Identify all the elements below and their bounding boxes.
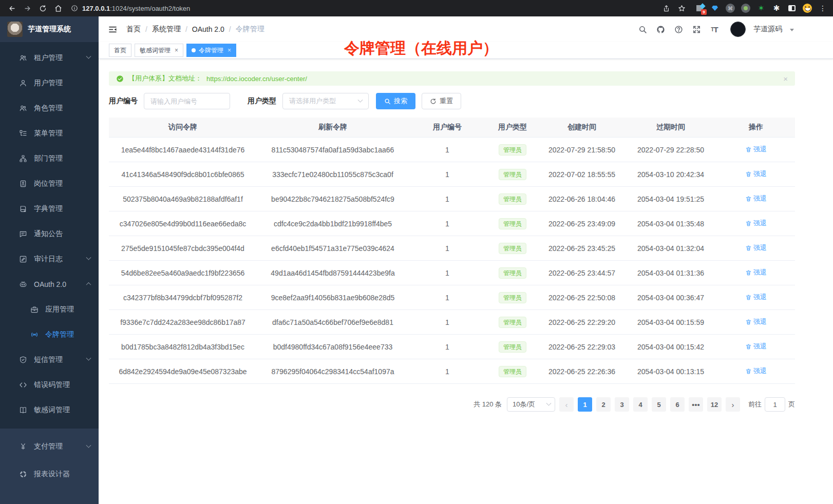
share-icon[interactable] [659, 2, 673, 15]
error-code-icon [18, 380, 27, 389]
table-row[interactable]: c342377bf8b344799dcbf7bf095287f29ce8ef2a… [109, 285, 795, 310]
address-bar[interactable]: 127.0.0.1:1024/system/oauth2/token [71, 5, 657, 12]
alert-close-icon[interactable]: × [783, 74, 788, 83]
sidebar-item-menu-tree[interactable]: 菜单管理 [0, 121, 99, 146]
sidebar-item-sms[interactable]: 短信管理 [0, 347, 99, 372]
sidebar-item-role[interactable]: 角色管理 [0, 95, 99, 121]
force-logout-button[interactable]: 强退 [745, 342, 767, 351]
collapse-sidebar-icon[interactable] [107, 24, 118, 35]
fullscreen-icon[interactable] [691, 24, 702, 34]
page-button-2[interactable]: 2 [596, 397, 611, 412]
table-row[interactable]: 41c41346a548490f9dc8b01c6bfe0865333ecfc7… [109, 162, 795, 187]
sidebar-item-token[interactable]: 令牌管理 [0, 322, 99, 347]
page-button-1[interactable]: 1 [578, 397, 592, 412]
table-row[interactable]: c347026e805e4d99b0d116eae66eda8ccdfc4ce9… [109, 211, 795, 236]
user-type-select[interactable]: 请选择用户类型 [282, 93, 369, 109]
reload-icon[interactable] [36, 2, 49, 15]
table-row[interactable]: 275e5de9151045fe87cbdc395e004f4de6cfd40e… [109, 236, 795, 261]
sidebar-item-error-code[interactable]: 错误码管理 [0, 372, 99, 397]
force-logout-button[interactable]: 强退 [745, 194, 767, 203]
browser-menu-icon[interactable]: ⋮ [818, 3, 828, 13]
breadcrumb-item[interactable]: OAuth 2.0 [192, 25, 224, 33]
breadcrumb-item[interactable]: 首页 [126, 25, 141, 34]
force-logout-button[interactable]: 强退 [745, 169, 767, 179]
sidebar-item-application[interactable]: 应用管理 [0, 297, 99, 322]
alert-doc-link[interactable]: https://doc.iocoder.cn/user-center/ [206, 75, 307, 83]
force-logout-button[interactable]: 强退 [745, 145, 767, 154]
tab-label: 敏感词管理 [140, 46, 171, 55]
back-icon[interactable] [5, 2, 18, 15]
tab-令牌管理[interactable]: 令牌管理× [186, 44, 236, 57]
next-page-button[interactable]: › [726, 397, 740, 412]
page-more-icon[interactable]: ••• [689, 397, 703, 412]
table-row[interactable]: f9336e7c7dd242a283ee98dc86b17a87dfa6c71a… [109, 310, 795, 335]
table-cell-expires: 2054-03-04 00:15:42 [624, 343, 717, 351]
reset-button[interactable]: 重置 [422, 93, 461, 109]
goto-page-input[interactable] [765, 397, 785, 412]
tab-close-icon[interactable]: × [175, 47, 178, 54]
help-icon[interactable] [673, 24, 684, 34]
force-logout-button[interactable]: 强退 [745, 268, 767, 277]
user-menu-caret-icon[interactable] [790, 29, 794, 31]
sidebar-item-department[interactable]: 部门管理 [0, 146, 99, 171]
green-star-extension-icon[interactable]: ✶ [756, 3, 766, 13]
sidebar-item-label: 敏感词管理 [34, 405, 90, 415]
tab-首页[interactable]: 首页 [109, 44, 131, 57]
puzzle-extension-icon[interactable]: ✱ [771, 3, 782, 13]
table-row[interactable]: 54d6be82ee5a460a9aedc1f9bf22365649d1aa46… [109, 261, 795, 285]
sidebar-item-dictionary[interactable]: 字典管理 [0, 196, 99, 221]
table-cell-action: 强退 [717, 145, 795, 154]
force-logout-button[interactable]: 强退 [745, 317, 767, 326]
prev-page-button[interactable]: ‹ [559, 397, 574, 412]
table-cell: 41c41346a548490f9dc8b01c6bfe0865 [109, 170, 257, 179]
page-size-select[interactable]: 10条/页 [507, 397, 555, 412]
table-row[interactable]: 1ea5e44f8bc1467aaede43144f31de76811c5304… [109, 138, 795, 162]
extension-grid-icon[interactable]: 9 [694, 3, 705, 13]
bookmark-star-icon[interactable] [675, 2, 688, 15]
sidebar-menu-main: 租户管理用户管理角色管理菜单管理部门管理岗位管理字典管理通知公告审计日志OAut… [0, 42, 99, 422]
sidebar-item-pay[interactable]: 支付管理 [0, 433, 99, 460]
sidebar-item-report-designer[interactable]: 报表设计器 [0, 460, 99, 488]
table-row[interactable]: 502375b8040a469a9b82188afdf6af1fbe90422b… [109, 187, 795, 211]
page-button-5[interactable]: 5 [652, 397, 666, 412]
user-avatar[interactable] [730, 22, 746, 37]
table-row[interactable]: 6d842e2924594de9a09e45e087323abe8796295f… [109, 359, 795, 384]
home-icon[interactable] [51, 2, 65, 15]
gem-extension-icon[interactable] [710, 3, 720, 13]
sidebar-item-user[interactable]: 用户管理 [0, 70, 99, 95]
trash-icon [745, 245, 752, 251]
search-icon[interactable] [637, 24, 648, 34]
sidebar-item-tenant[interactable]: 租户管理 [0, 45, 99, 70]
command-extension-icon[interactable]: ⌘ [725, 3, 735, 13]
sidebar-item-post[interactable]: 岗位管理 [0, 171, 99, 196]
user-id-input[interactable] [144, 93, 230, 109]
tab-敏感词管理[interactable]: 敏感词管理× [135, 44, 183, 57]
page-button-3[interactable]: 3 [615, 397, 629, 412]
sidebar-item-notice[interactable]: 通知公告 [0, 221, 99, 246]
force-logout-button[interactable]: 强退 [745, 366, 767, 376]
breadcrumb-item[interactable]: 令牌管理 [236, 25, 264, 34]
sidebar-item-audit-log[interactable]: 审计日志 [0, 246, 99, 272]
github-icon[interactable] [655, 24, 666, 34]
sidebar-item-label: 用户管理 [34, 79, 90, 88]
force-logout-button[interactable]: 强退 [745, 219, 767, 228]
force-logout-button[interactable]: 强退 [745, 243, 767, 253]
page-button-6[interactable]: 6 [670, 397, 685, 412]
force-logout-button[interactable]: 强退 [745, 293, 767, 302]
recorder-extension-icon[interactable] [741, 3, 751, 13]
app-logo-row[interactable]: 芋道管理系统 [0, 16, 99, 42]
page-button-12[interactable]: 12 [707, 397, 722, 412]
side-panel-icon[interactable] [787, 3, 797, 13]
page-button-4[interactable]: 4 [633, 397, 648, 412]
table-row[interactable]: b0d1785bc3a8482f812db4a3f3bd15ecb0df4980… [109, 335, 795, 359]
font-size-icon[interactable]: TT [709, 24, 720, 34]
table-header-cell: 用户编号 [409, 123, 486, 132]
sidebar-item-sensitive-word[interactable]: 敏感词管理 [0, 397, 99, 422]
tab-close-icon[interactable]: × [228, 47, 231, 54]
profile-emoji-icon[interactable] [802, 3, 812, 13]
sidebar-item-oauth[interactable]: OAuth 2.0 [0, 272, 99, 297]
breadcrumb-item[interactable]: 系统管理 [152, 25, 181, 34]
search-button[interactable]: 搜索 [376, 93, 415, 109]
force-logout-label: 强退 [753, 194, 767, 203]
forward-icon[interactable] [21, 2, 34, 15]
